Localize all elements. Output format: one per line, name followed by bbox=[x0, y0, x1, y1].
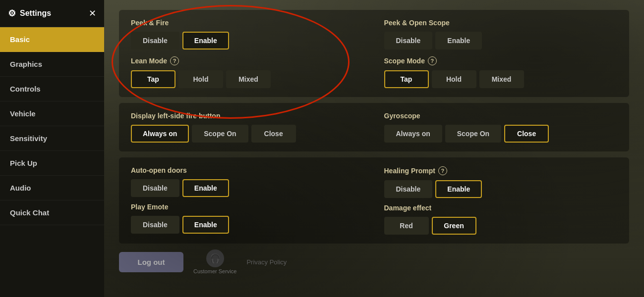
sidebar-item-vehicle[interactable]: Vehicle bbox=[0, 101, 104, 126]
customer-service-icon: 🎧 bbox=[206, 249, 224, 267]
lean-mode-mixed-btn[interactable]: Mixed bbox=[226, 70, 271, 88]
healing-damage-group: Healing Prompt ? Disable Enable Damage e… bbox=[384, 166, 618, 235]
privacy-policy-link[interactable]: Privacy Policy bbox=[246, 258, 287, 266]
sidebar-header: ⚙ Settings ✕ bbox=[0, 0, 104, 27]
play-emote-label: Play Emote bbox=[131, 203, 364, 211]
gear-icon: ⚙ bbox=[8, 8, 16, 19]
healing-prompt-label: Healing Prompt ? bbox=[384, 166, 618, 175]
healing-prompt-buttons: Disable Enable bbox=[384, 180, 618, 198]
peek-fire-disable-btn[interactable]: Disable bbox=[131, 32, 179, 50]
peek-fire-buttons: Disable Enable bbox=[131, 32, 364, 50]
peek-scope-group: Peek & Open Scope Disable Enable Scope M… bbox=[384, 19, 618, 88]
scope-mode-help-icon[interactable]: ? bbox=[428, 56, 437, 65]
gyro-scopeon-btn[interactable]: Scope On bbox=[445, 125, 501, 143]
display-fire-alwayson-btn[interactable]: Always on bbox=[131, 125, 189, 143]
sidebar-item-audio[interactable]: Audio bbox=[0, 176, 104, 200]
section-fire-gyro: Display left-side fire button Always on … bbox=[119, 103, 629, 151]
peek-scope-enable-btn[interactable]: Enable bbox=[435, 32, 482, 50]
gyro-alwayson-btn[interactable]: Always on bbox=[384, 125, 442, 143]
section3-row: Auto-open doors Disable Enable Play Emot… bbox=[131, 166, 617, 235]
auto-doors-subgroup: Auto-open doors Disable Enable bbox=[131, 166, 229, 197]
scope-mode-label: Scope Mode ? bbox=[384, 56, 618, 65]
play-emote-buttons: Disable Enable bbox=[131, 216, 364, 234]
customer-service-button[interactable]: 🎧 Customer Service bbox=[193, 249, 236, 274]
sidebar-item-graphics[interactable]: Graphics bbox=[0, 52, 104, 77]
damage-effect-buttons: Red Green bbox=[384, 217, 618, 235]
sidebar-item-quickchat[interactable]: Quick Chat bbox=[0, 200, 104, 225]
gyro-close-btn[interactable]: Close bbox=[504, 125, 549, 143]
damage-red-btn[interactable]: Red bbox=[384, 217, 429, 235]
play-emote-enable-btn[interactable]: Enable bbox=[182, 216, 229, 234]
section-peek-fire: Peek & Fire Disable Enable Lean Mode ? T… bbox=[119, 10, 629, 97]
auto-doors-buttons: Disable Enable bbox=[131, 179, 229, 197]
sidebar-item-basic[interactable]: Basic bbox=[0, 27, 104, 52]
sidebar-item-sensitivity[interactable]: Sensitivity bbox=[0, 126, 104, 151]
peek-open-scope-buttons: Disable Enable bbox=[384, 32, 618, 50]
sidebar-item-controls[interactable]: Controls bbox=[0, 77, 104, 101]
settings-title-group: ⚙ Settings bbox=[8, 8, 51, 19]
gyroscope-group: Gyroscope Always on Scope On Close bbox=[384, 112, 618, 143]
auto-doors-disable-btn[interactable]: Disable bbox=[131, 179, 179, 197]
peek-scope-disable-btn[interactable]: Disable bbox=[384, 32, 433, 50]
scope-mode-buttons: Tap Hold Mixed bbox=[384, 70, 618, 88]
section-doors-emote: Auto-open doors Disable Enable Play Emot… bbox=[119, 157, 629, 244]
lean-mode-buttons: Tap Hold Mixed bbox=[131, 70, 364, 88]
healing-disable-btn[interactable]: Disable bbox=[384, 180, 433, 198]
healing-prompt-help-icon[interactable]: ? bbox=[438, 166, 447, 175]
healing-enable-btn[interactable]: Enable bbox=[435, 180, 482, 198]
sidebar-item-pickup[interactable]: Pick Up bbox=[0, 151, 104, 176]
customer-service-label: Customer Service bbox=[193, 268, 236, 274]
settings-title: Settings bbox=[20, 9, 51, 18]
peek-fire-group: Peek & Fire Disable Enable Lean Mode ? T… bbox=[131, 19, 364, 88]
main-content: Peek & Fire Disable Enable Lean Mode ? T… bbox=[104, 0, 644, 297]
auto-doors-enable-btn[interactable]: Enable bbox=[182, 179, 229, 197]
auto-doors-emote-group: Auto-open doors Disable Enable Play Emot… bbox=[131, 166, 364, 234]
scope-mode-hold-btn[interactable]: Hold bbox=[432, 70, 476, 88]
healing-prompt-subgroup: Healing Prompt ? Disable Enable bbox=[384, 166, 618, 198]
display-fire-buttons: Always on Scope On Close bbox=[131, 125, 364, 143]
auto-doors-label: Auto-open doors bbox=[131, 166, 229, 174]
damage-green-btn[interactable]: Green bbox=[432, 217, 476, 235]
sidebar: ⚙ Settings ✕ Basic Graphics Controls Veh… bbox=[0, 0, 104, 297]
gyroscope-buttons: Always on Scope On Close bbox=[384, 125, 618, 143]
peek-open-scope-label: Peek & Open Scope bbox=[384, 19, 618, 27]
section1-row: Peek & Fire Disable Enable Lean Mode ? T… bbox=[131, 19, 617, 88]
bottom-bar: Log out 🎧 Customer Service Privacy Polic… bbox=[119, 249, 629, 274]
scope-mode-mixed-btn[interactable]: Mixed bbox=[479, 70, 524, 88]
display-fire-group: Display left-side fire button Always on … bbox=[131, 112, 364, 143]
close-icon[interactable]: ✕ bbox=[89, 8, 96, 19]
peek-fire-label: Peek & Fire bbox=[131, 19, 364, 27]
lean-mode-label: Lean Mode ? bbox=[131, 56, 364, 65]
lean-mode-hold-btn[interactable]: Hold bbox=[178, 70, 223, 88]
gyroscope-label: Gyroscope bbox=[384, 112, 618, 120]
play-emote-subgroup: Play Emote Disable Enable bbox=[131, 203, 364, 234]
peek-fire-enable-btn[interactable]: Enable bbox=[182, 32, 229, 50]
play-emote-disable-btn[interactable]: Disable bbox=[131, 216, 179, 234]
display-fire-scopeon-btn[interactable]: Scope On bbox=[192, 125, 248, 143]
display-fire-close-btn[interactable]: Close bbox=[251, 125, 296, 143]
lean-mode-help-icon[interactable]: ? bbox=[170, 56, 179, 65]
logout-button[interactable]: Log out bbox=[119, 252, 183, 272]
lean-mode-tap-btn[interactable]: Tap bbox=[131, 70, 176, 88]
section2-row: Display left-side fire button Always on … bbox=[131, 112, 617, 143]
damage-effect-subgroup: Damage effect Red Green bbox=[384, 204, 618, 235]
display-fire-label: Display left-side fire button bbox=[131, 112, 364, 120]
scope-mode-tap-btn[interactable]: Tap bbox=[384, 70, 429, 88]
damage-effect-label: Damage effect bbox=[384, 204, 618, 212]
